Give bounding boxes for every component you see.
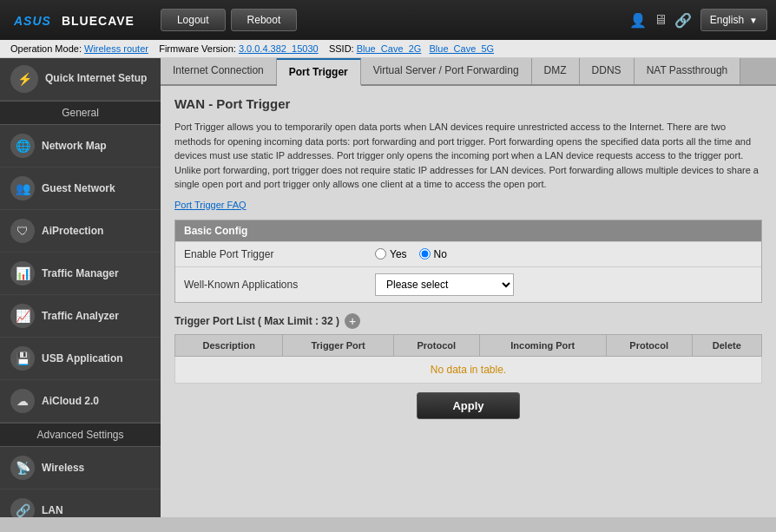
main-layout: ⚡ Quick Internet Setup General 🌐 Network…	[0, 58, 776, 517]
enable-port-trigger-value: Yes No	[366, 242, 761, 266]
add-trigger-button[interactable]: +	[345, 313, 360, 329]
wireless-label: Wireless	[42, 462, 84, 474]
description-text: Port Trigger allows you to temporarily o…	[174, 120, 762, 192]
guest-network-label: Guest Network	[42, 182, 115, 194]
enable-port-trigger-row: Enable Port Trigger Yes No	[175, 241, 761, 266]
ai-protection-icon: 🛡	[10, 219, 35, 243]
enable-port-trigger-label: Enable Port Trigger	[175, 242, 366, 266]
firmware-link[interactable]: 3.0.0.4.382_15030	[239, 43, 319, 54]
enable-yes-radio[interactable]	[375, 248, 386, 259]
sidebar-item-aicloud[interactable]: ☁ AiCloud 2.0	[0, 380, 161, 423]
quick-setup-icon: ⚡	[10, 65, 38, 93]
tab-ddns[interactable]: DDNS	[580, 58, 635, 84]
sidebar-item-usb-application[interactable]: 💾 USB Application	[0, 338, 161, 380]
ssid-5g-link[interactable]: Blue_Cave_5G	[429, 43, 494, 54]
section-general: General	[0, 101, 161, 125]
ai-protection-label: AiProtection	[42, 225, 103, 237]
logout-button[interactable]: Logout	[161, 9, 226, 31]
port-table-body: No data in table.	[175, 356, 762, 383]
sidebar-item-lan[interactable]: 🔗 LAN	[0, 489, 161, 517]
well-known-apps-value: Please select	[366, 267, 761, 302]
tab-bar: Internet Connection Port Trigger Virtual…	[161, 58, 776, 86]
tab-internet-connection[interactable]: Internet Connection	[161, 58, 277, 84]
well-known-apps-row: Well-Known Applications Please select	[175, 266, 761, 302]
enable-yes-option[interactable]: Yes	[375, 248, 407, 260]
content-area: WAN - Port Trigger Port Trigger allows y…	[161, 86, 776, 517]
tab-virtual-server[interactable]: Virtual Server / Port Forwarding	[361, 58, 532, 84]
apply-section: Apply	[174, 384, 762, 428]
port-table-header: Description Trigger Port Protocol Incomi…	[175, 334, 762, 356]
aicloud-icon: ☁	[10, 389, 35, 413]
header-buttons: Logout Reboot	[161, 9, 297, 31]
ssid-2g-link[interactable]: Blue_Cave_2G	[357, 43, 422, 54]
sidebar-item-network-map[interactable]: 🌐 Network Map	[0, 125, 161, 167]
usb-application-icon: 💾	[10, 346, 35, 371]
sidebar-item-wireless[interactable]: 📡 Wireless	[0, 447, 161, 489]
wireless-icon: 📡	[10, 456, 35, 480]
header-icons: 👤 🖥 🔗	[629, 12, 692, 29]
main-content: Internet Connection Port Trigger Virtual…	[161, 58, 776, 517]
operation-mode-label: Operation Mode:	[10, 43, 82, 54]
tab-port-trigger[interactable]: Port Trigger	[277, 58, 361, 86]
enable-no-label: No	[434, 248, 447, 260]
col-protocol-1: Protocol	[393, 334, 479, 356]
chevron-down-icon: ▼	[749, 16, 758, 25]
well-known-apps-label: Well-Known Applications	[175, 273, 366, 297]
well-known-apps-select[interactable]: Please select	[375, 273, 514, 296]
header: ASUS BLUECAVE Logout Reboot 👤 🖥 🔗 Englis…	[0, 0, 776, 40]
tab-dmz[interactable]: DMZ	[532, 58, 580, 84]
enable-port-trigger-radio-group: Yes No	[375, 248, 447, 260]
guest-network-icon: 👥	[10, 176, 35, 200]
sidebar: ⚡ Quick Internet Setup General 🌐 Network…	[0, 58, 161, 517]
trigger-list-title: Trigger Port List ( Max Limit : 32 )	[174, 315, 339, 327]
col-protocol-2: Protocol	[606, 334, 692, 356]
language-selector[interactable]: English ▼	[700, 9, 767, 31]
reboot-button[interactable]: Reboot	[231, 9, 298, 31]
apply-button[interactable]: Apply	[417, 392, 519, 419]
section-advanced: Advanced Settings	[0, 423, 161, 447]
traffic-analyzer-label: Traffic Analyzer	[42, 310, 119, 322]
network-map-icon: 🌐	[10, 134, 35, 158]
enable-yes-label: Yes	[390, 248, 407, 260]
sidebar-item-traffic-manager[interactable]: 📊 Traffic Manager	[0, 253, 161, 295]
traffic-manager-label: Traffic Manager	[42, 267, 119, 279]
traffic-manager-icon: 📊	[10, 261, 35, 286]
asus-logo: ASUS	[14, 14, 51, 28]
quick-setup-label: Quick Internet Setup	[45, 72, 147, 86]
enable-no-radio[interactable]	[419, 248, 431, 259]
col-incoming-port: Incoming Port	[479, 334, 606, 356]
col-description: Description	[175, 334, 283, 356]
sidebar-item-guest-network[interactable]: 👥 Guest Network	[0, 167, 161, 210]
lan-icon: 🔗	[10, 498, 35, 517]
lan-label: LAN	[42, 504, 63, 516]
no-data-row: No data in table.	[175, 356, 762, 383]
basic-config-section: Basic Config Enable Port Trigger Yes	[174, 220, 762, 303]
col-trigger-port: Trigger Port	[283, 334, 393, 356]
aicloud-label: AiCloud 2.0	[42, 395, 99, 407]
port-table-header-row: Description Trigger Port Protocol Incomi…	[175, 334, 762, 356]
traffic-analyzer-icon: 📈	[10, 304, 35, 328]
monitor-icon[interactable]: 🖥	[654, 12, 667, 28]
operation-mode-link[interactable]: Wireless router	[84, 43, 148, 54]
firmware-label: Firmware Version:	[159, 43, 236, 54]
no-data-message: No data in table.	[431, 364, 506, 376]
device-name: BLUECAVE	[62, 14, 135, 28]
enable-no-option[interactable]: No	[419, 248, 447, 260]
port-table: Description Trigger Port Protocol Incomi…	[174, 334, 762, 384]
sidebar-item-ai-protection[interactable]: 🛡 AiProtection	[0, 210, 161, 253]
user-icon[interactable]: 👤	[629, 12, 647, 29]
faq-link[interactable]: Port Trigger FAQ	[174, 200, 247, 210]
logo: ASUS BLUECAVE	[9, 11, 135, 30]
trigger-list-header: Trigger Port List ( Max Limit : 32 ) +	[174, 313, 762, 329]
info-bar: Operation Mode: Wireless router Firmware…	[0, 40, 776, 58]
network-map-label: Network Map	[42, 140, 107, 152]
usb-application-label: USB Application	[42, 352, 123, 365]
no-data-cell: No data in table.	[175, 356, 762, 383]
basic-config-header: Basic Config	[175, 220, 761, 241]
sidebar-item-quick-setup[interactable]: ⚡ Quick Internet Setup	[0, 58, 161, 101]
network-icon[interactable]: 🔗	[674, 12, 692, 29]
sidebar-item-traffic-analyzer[interactable]: 📈 Traffic Analyzer	[0, 295, 161, 338]
ssid-label: SSID:	[329, 43, 354, 54]
tab-nat-passthrough[interactable]: NAT Passthrough	[635, 58, 741, 84]
language-label: English	[710, 14, 744, 26]
